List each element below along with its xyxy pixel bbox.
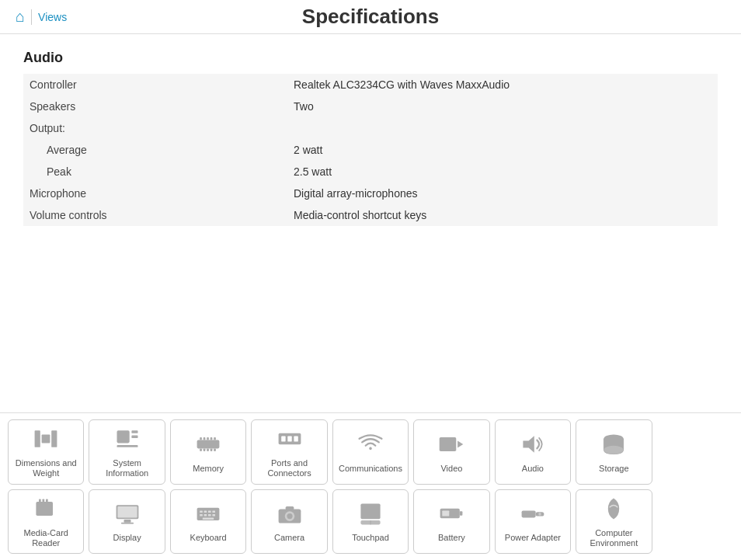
nav-item-memory[interactable]: Memory: [170, 419, 246, 484]
svg-rect-10: [207, 437, 209, 440]
svg-rect-4: [131, 430, 137, 433]
dims-icon: [32, 425, 60, 458]
svg-rect-6: [117, 445, 137, 447]
header: ⌂ Views Specifications: [0, 0, 741, 34]
specs-table: ControllerRealtek ALC3234CG with Waves M…: [23, 74, 718, 226]
svg-rect-5: [131, 436, 137, 439]
spec-value: [287, 117, 718, 139]
audio-icon: [519, 430, 547, 464]
svg-rect-32: [117, 506, 137, 517]
views-link[interactable]: Views: [38, 11, 67, 23]
nav-label-system-info: System Information: [92, 458, 161, 478]
svg-rect-33: [124, 520, 130, 523]
nav-label-camera: Camera: [274, 533, 304, 543]
svg-rect-11: [210, 437, 213, 440]
svg-rect-29: [43, 499, 45, 503]
nav-item-dimensions[interactable]: Dimensions and Weight: [8, 419, 84, 484]
nav-item-display[interactable]: Display: [89, 489, 165, 554]
svg-rect-41: [204, 514, 207, 517]
wifi-icon: [357, 430, 384, 464]
spec-label: Average: [23, 139, 287, 161]
nav-label-media-card: Media-Card Reader: [12, 528, 80, 548]
svg-rect-22: [440, 437, 457, 451]
spec-value: 2 watt: [287, 139, 718, 161]
svg-point-57: [538, 513, 541, 516]
nav-item-ports[interactable]: Ports and Connectors: [251, 419, 327, 484]
svg-rect-49: [360, 504, 380, 520]
nav-label-dimensions: Dimensions and Weight: [12, 458, 80, 478]
spec-label: Speakers: [23, 96, 287, 117]
svg-rect-15: [207, 448, 209, 451]
storage-icon: [600, 430, 628, 464]
nav-label-display: Display: [113, 533, 141, 543]
svg-rect-27: [37, 502, 54, 516]
keyboard-icon: [194, 499, 222, 533]
svg-rect-7: [197, 440, 220, 448]
nav-label-memory: Memory: [193, 464, 224, 474]
nav-item-communications[interactable]: Communications: [332, 419, 409, 484]
svg-rect-3: [117, 430, 129, 443]
svg-rect-44: [203, 518, 214, 520]
nav-item-media-card[interactable]: Media-Card Reader: [8, 489, 84, 554]
nav-item-computer-env[interactable]: Computer Environment: [576, 489, 652, 554]
svg-point-47: [287, 513, 292, 519]
svg-marker-24: [523, 436, 534, 453]
nav-label-battery: Battery: [438, 533, 465, 543]
sysinfo-icon: [113, 425, 141, 458]
nav-item-system-info[interactable]: System Information: [89, 419, 165, 484]
video-icon: [437, 430, 465, 464]
memory-icon: [194, 430, 222, 464]
svg-rect-43: [212, 514, 215, 517]
svg-rect-12: [214, 437, 216, 440]
svg-rect-48: [285, 506, 294, 510]
svg-rect-36: [200, 511, 203, 513]
svg-rect-39: [212, 511, 215, 513]
svg-rect-42: [208, 514, 211, 517]
nav-item-video[interactable]: Video: [413, 419, 489, 484]
spec-label: Peak: [23, 161, 287, 183]
svg-marker-23: [458, 440, 464, 447]
nav-item-storage[interactable]: Storage: [576, 419, 652, 484]
nav-item-touchpad[interactable]: Touchpad: [332, 489, 409, 554]
camera-icon: [276, 499, 304, 533]
nav-item-keyboard[interactable]: Keyboard: [170, 489, 246, 554]
svg-rect-28: [39, 499, 41, 503]
nav-item-audio[interactable]: Audio: [495, 419, 571, 484]
page-title: Specifications: [302, 5, 439, 29]
main-content: Audio ControllerRealtek ALC3234CG with W…: [0, 34, 741, 242]
svg-rect-20: [287, 437, 291, 442]
display-icon: [113, 499, 141, 533]
home-icon[interactable]: ⌂: [16, 8, 25, 26]
audio-section-title: Audio: [23, 50, 718, 66]
bottom-nav: Dimensions and Weight System Information…: [0, 412, 741, 560]
nav-label-touchpad: Touchpad: [352, 533, 389, 543]
svg-rect-38: [208, 511, 211, 513]
svg-rect-2: [42, 435, 50, 443]
compenv-icon: [600, 495, 628, 528]
nav-label-video: Video: [440, 464, 462, 474]
svg-rect-54: [443, 511, 450, 517]
spec-value: Digital array-microphones: [287, 183, 718, 204]
spec-value: Realtek ALC3234CG with Waves MaxxAudio: [287, 74, 718, 96]
nav-item-power-adapter[interactable]: Power Adapter: [495, 489, 571, 554]
spec-label: Volume controls: [23, 204, 287, 226]
nav-row-2: Media-Card Reader Display Keyboard Camer…: [8, 489, 733, 554]
spec-value: Media-control shortcut keys: [287, 204, 718, 226]
nav-item-battery[interactable]: Battery: [413, 489, 489, 554]
header-nav: ⌂ Views: [16, 8, 67, 26]
spec-value: Two: [287, 96, 718, 117]
power-icon: [519, 499, 547, 533]
svg-rect-21: [294, 437, 297, 442]
nav-label-audio: Audio: [522, 464, 544, 474]
spec-label: Controller: [23, 74, 287, 96]
svg-rect-0: [35, 430, 40, 447]
svg-rect-37: [204, 511, 207, 513]
nav-label-communications: Communications: [339, 464, 402, 474]
nav-item-camera[interactable]: Camera: [251, 489, 327, 554]
svg-rect-30: [46, 499, 48, 503]
nav-label-storage: Storage: [599, 464, 629, 474]
svg-rect-53: [460, 512, 463, 516]
svg-rect-40: [200, 514, 203, 517]
spec-label: Output:: [23, 117, 287, 139]
nav-label-keyboard: Keyboard: [190, 533, 227, 543]
